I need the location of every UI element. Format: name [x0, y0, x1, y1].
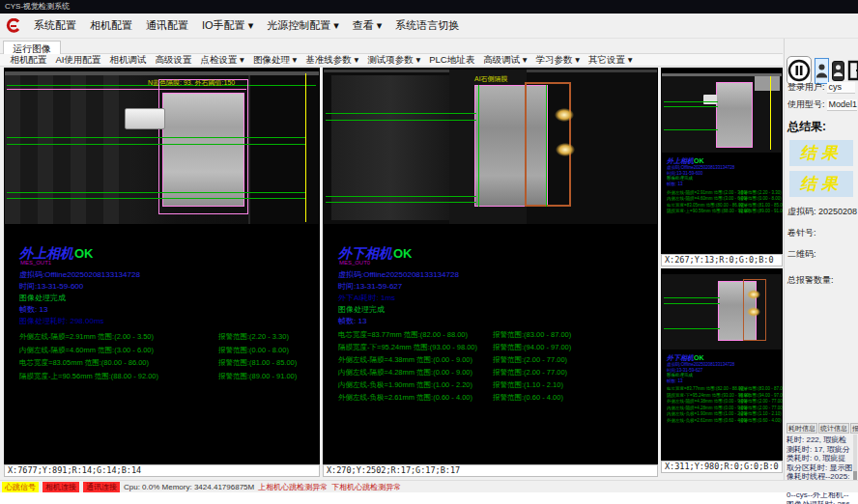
window-titlebar: CYS-视觉检测系统 — [0, 0, 858, 14]
toolbar-item[interactable]: 点检设置 ▾ — [196, 54, 248, 67]
log-area: 耗时信息统计信息报警信息 耗时: 222, 瑕疵检测耗时: 17, 瑕疵分类耗时… — [786, 423, 857, 489]
toolbar-item[interactable]: 学习参数 ▾ — [531, 54, 584, 67]
menu-item[interactable]: 光源控制配置 ▾ — [260, 18, 346, 33]
preview-top-coords: X:267;Y:13;R:0;G:0;B:0 — [661, 254, 783, 266]
menu-item[interactable]: IO手配置 ▾ — [195, 18, 260, 33]
log-tab[interactable]: 统计信息 — [818, 423, 849, 434]
alarm-range: 报警范围:(0.60 - 4.00) — [493, 391, 563, 404]
measure-line — [326, 202, 476, 203]
menu-item[interactable]: 相机配置 — [83, 18, 139, 33]
machine-rail — [5, 71, 319, 75]
login-user-label: 登录用户: — [787, 81, 825, 94]
toolbar-item[interactable]: AI使用配置 — [51, 54, 105, 67]
user-login-button[interactable] — [815, 58, 829, 84]
toolbar-item[interactable]: 图像处理 ▾ — [248, 54, 300, 67]
toolbar-item[interactable]: 高级调试 ▾ — [479, 54, 531, 67]
measure-line — [7, 192, 306, 193]
preview-bottom-coords: X:311;Y:980;R:0;G:0;B:0 — [661, 461, 783, 473]
menu-item[interactable]: 系统语言切换 — [388, 18, 466, 33]
preview-bottom-overlay: 外下相机OK 虚拟码:Offline20250208133134728 时间:1… — [667, 353, 783, 424]
camera-middle-coords: X:270;Y:2502;R:17;G:17;B:17 — [323, 464, 658, 477]
measure-line — [664, 297, 720, 298]
toolbar-item[interactable]: 其它设置 ▾ — [585, 54, 637, 67]
app-window: CYS-视觉检测系统 系统配置相机配置通讯配置IO手配置 ▾光源控制配置 ▾查看… — [0, 0, 858, 504]
comm-connect-badge: 通讯连接 — [83, 482, 120, 492]
camera-left-coords: X:7677;Y:891;R:14;G:14;B:14 — [4, 464, 320, 477]
menu-bar: 系统配置相机配置通讯配置IO手配置 ▾光源控制配置 ▾查看 ▾系统语言切换 — [0, 14, 858, 39]
toolbar: 相机配置AI使用配置相机调试高级设置点检设置 ▾图像处理 ▾基准线参数 ▾测试项… — [0, 54, 783, 67]
user-manage-button[interactable] — [832, 61, 844, 81]
measurement-value: 内侧左线-隔膜=4.60mm 范围:(3.00 - 6.00) — [19, 344, 218, 357]
measure-line — [664, 106, 718, 107]
toolbar-item[interactable]: 相机调试 — [105, 54, 151, 67]
measurement-row: 电芯宽度=83.05mm 范围:(80.00 - 86.00) 报警范围:(81… — [19, 356, 297, 370]
photo-annotation: AI右侧隔膜 — [474, 74, 508, 84]
measure-line — [7, 137, 306, 138]
measurement-row: 内侧左线-隔膜=4.60mm 范围:(3.00 - 6.00) 报警范围:(0.… — [19, 344, 297, 357]
toolbar-item[interactable]: 相机配置 — [6, 54, 51, 67]
camera-title: 外上相机OK — [667, 156, 783, 165]
login-user-value: cys — [827, 82, 855, 94]
alarm-range: 报警范围:(83.00 - 87.00) — [493, 328, 571, 341]
alarm-range: 报警范围:(89.00 - 91.00) — [218, 370, 297, 383]
measure-line — [326, 113, 476, 114]
login-user-row: 登录用户: cys — [787, 81, 855, 94]
total-result-label: 总结果: — [787, 119, 855, 135]
mes-tag: MES_OUT0 — [339, 260, 370, 266]
frames-line: 帧数: 13 — [19, 304, 47, 315]
edge-line — [546, 85, 547, 207]
preview-top-viewport[interactable]: 外上相机OK 虚拟码:Offline20250208133134728 时间:1… — [661, 68, 783, 254]
measure-line — [664, 101, 718, 102]
tab-connector — [125, 108, 165, 129]
log-tab[interactable]: 报警信息 — [850, 423, 858, 434]
time-line: 时间:13-31-59-627 — [338, 281, 402, 292]
status-ok: OK — [393, 246, 413, 261]
measurement-value: 隔膜宽度-下=95.24mm 范围:(93.00 - 98.00) — [338, 341, 493, 353]
menu-item[interactable]: 通讯配置 — [139, 18, 195, 33]
measurement-value: 电芯宽度=83.77mm 范围:(82.00 - 88.00) — [338, 328, 493, 341]
measurement-value: 内侧左线-隔膜=4.28mm 范围:(0.00 - 9.00) — [338, 366, 493, 378]
edge-line — [478, 85, 479, 207]
alarm-range: 报警范围:(1.10 - 2.10) — [493, 378, 563, 391]
user-icon — [833, 64, 844, 77]
measurement-row: 隔膜宽度-上=90.56mm 范围:(88.00 - 92.00) 报警范围:(… — [667, 209, 783, 215]
menu-item[interactable]: 系统配置 — [27, 18, 83, 33]
window-title: CYS-视觉检测系统 — [5, 2, 70, 11]
preview-bottom-viewport[interactable]: 外下相机OK 虚拟码:Offline20250208133134728 时间:1… — [661, 268, 783, 461]
virtual-code-label: 虚拟码: 20250208 — [787, 206, 855, 218]
led-highlight — [556, 143, 575, 156]
preview-bottom-image[interactable] — [662, 274, 782, 350]
barcode-line: 虚拟码:Offline20250208133134728 — [19, 269, 140, 280]
mes-tag: MES_OUT1 — [20, 260, 51, 266]
camera-middle-image[interactable]: AI右侧隔膜 — [324, 70, 657, 224]
measurement-value: 电芯宽度=83.05mm 范围:(80.00 - 86.00) — [19, 356, 218, 370]
alarm-range: 报警范围:(0.00 - 8.00) — [218, 344, 289, 357]
log-scrollbar[interactable] — [853, 434, 857, 487]
preview-top-overlay: 外上相机OK 虚拟码:Offline20250208133134728 时间:1… — [667, 156, 783, 214]
measurement-row: 电芯宽度=83.77mm 范围:(82.00 - 88.00) 报警范围:(83… — [338, 328, 571, 341]
toolbar-item[interactable]: 基准线参数 ▾ — [301, 54, 363, 67]
model-value: Model1 — [827, 99, 858, 111]
toolbar-item[interactable]: 高级设置 — [151, 54, 196, 67]
camera-left-viewport[interactable]: N蓝色隔膜: 93. 外右阈值:150 外上相机OK MES_OUT1 虚拟码:… — [4, 68, 320, 464]
elapsed-line: 图像处理耗时: 298.00ms — [19, 316, 104, 326]
result-badge-1: 结果 — [789, 140, 853, 166]
toolbar-item[interactable]: PLC地址表 — [425, 54, 479, 67]
measure-line — [664, 129, 718, 130]
status-bar: 心跳信号 相机连接 通讯连接 Cpu: 0.0% Memory: 3424.41… — [0, 480, 858, 492]
measurement-row: 外侧左线-隔膜=4.38mm 范围:(0.00 - 9.00) 报警范围:(2.… — [338, 353, 571, 366]
camera-middle-viewport[interactable]: AI右侧隔膜 外下相机OK MES_OUT0 虚拟码:Offline202502… — [323, 68, 658, 464]
camera-connect-badge: 相机连接 — [43, 482, 79, 492]
exit-button[interactable] — [847, 58, 858, 83]
lower-camera-warning: 下相机心跳检测异常 — [331, 482, 401, 492]
exit-door-icon — [847, 60, 858, 81]
battery-cell — [162, 93, 244, 207]
menu-item[interactable]: 查看 ▾ — [346, 18, 389, 33]
photo-annotation: N蓝色隔膜: 93. 外右阈值:150 — [148, 78, 235, 88]
log-tab[interactable]: 耗时信息 — [786, 423, 817, 434]
toolbar-item[interactable]: 测试项参数 ▾ — [363, 54, 425, 67]
qr-code-label: 二维码: — [787, 248, 855, 261]
machinery-texture — [5, 75, 130, 224]
preview-top-image[interactable] — [662, 73, 782, 153]
camera-left-image[interactable]: N蓝色隔膜: 93. 外右阈值:150 — [5, 71, 319, 224]
